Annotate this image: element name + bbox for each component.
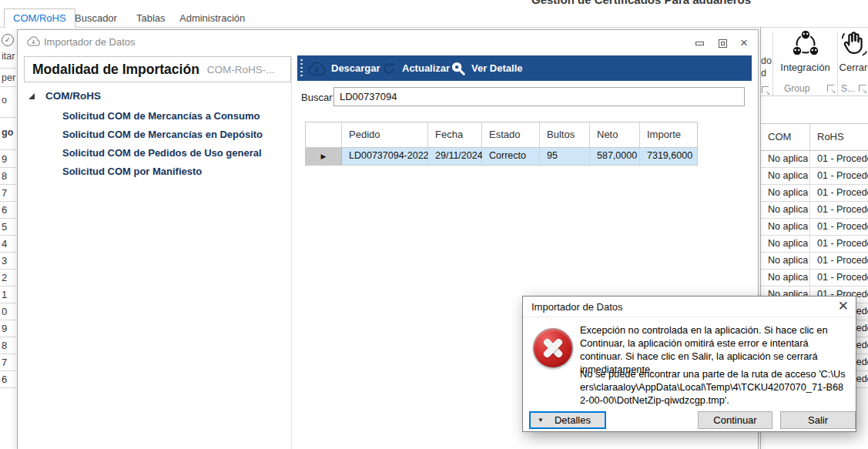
importer-toolbar: Descargar Actualizar Ver Detalle — [297, 55, 752, 81]
search-input[interactable] — [333, 87, 745, 106]
clipped-row-digit: 7 — [0, 185, 16, 202]
actualizar-button[interactable]: Actualizar — [380, 55, 450, 81]
clipped-row-digit: 4 — [0, 236, 16, 253]
ver-detalle-label: Ver Detalle — [471, 62, 523, 74]
column-header-bultos[interactable]: Bultos — [540, 122, 590, 148]
cell-rohs: 01 - Procede — [810, 168, 868, 184]
clipped-ribbon-label: do — [761, 55, 772, 66]
exit-label: Salir — [808, 414, 828, 426]
clipped-row-digit: 3 — [0, 253, 16, 270]
column-header-estado[interactable]: Estado — [482, 122, 540, 148]
column-header-importe[interactable]: Importe — [640, 122, 697, 148]
cell-neto: 587,0000 — [590, 148, 640, 165]
search-label: Buscar: — [301, 92, 335, 103]
dialog-launcher-icon[interactable] — [827, 85, 834, 92]
cloud-download-icon — [26, 35, 41, 47]
tab-buscador[interactable]: Buscador — [75, 9, 117, 27]
clipped-ribbon-label: d — [761, 68, 766, 79]
tab-administracion[interactable]: Administración — [179, 9, 245, 27]
clipped-row-digit: 6 — [0, 371, 16, 388]
cell-rohs: 01 - Procede — [810, 185, 868, 201]
tree-root-com-rohs[interactable]: COM/RoHS — [28, 90, 101, 102]
clipped-digit-column: 98765432109876 — [0, 151, 16, 388]
cell-pedido: LD00737094-202248 — [342, 148, 428, 165]
cell-com: No aplica — [761, 253, 810, 269]
clipped-row-digit: 9 — [0, 151, 16, 168]
exit-button[interactable]: Salir — [780, 411, 856, 429]
table-row[interactable]: No aplica01 - Procede — [761, 168, 868, 185]
cell-estado: Correcto — [482, 148, 540, 165]
restore-button[interactable] — [714, 37, 731, 49]
tab-com-rohs[interactable]: COM/RoHS — [4, 8, 75, 28]
clipped-row-digit: 8 — [0, 337, 16, 354]
continue-button[interactable]: Continuar — [698, 411, 772, 429]
cell-bultos: 95 — [540, 148, 590, 165]
modality-title: Modalidad de Importación — [32, 62, 199, 78]
clipped-row-digit: 2 — [0, 270, 16, 286]
column-header-rohs[interactable]: RoHS — [810, 124, 868, 150]
cell-com: No aplica — [761, 202, 810, 218]
dialog-launcher-icon[interactable] — [762, 86, 769, 93]
ribbon-bottom-border — [760, 95, 868, 96]
error-dialog-title: Importador de Datos — [531, 301, 623, 313]
descargar-button[interactable]: Descargar — [307, 55, 380, 81]
error-dialog: Importador de Datos ✕ Excepción no contr… — [522, 296, 856, 432]
clipped-row-digit: 1 — [0, 286, 16, 303]
tree-item-mercancias-consumo[interactable]: Solicitud COM de Mercancías a Consumo — [62, 110, 260, 122]
table-row-selected[interactable]: ▶ LD00737094-202248 29/11/2024 Correcto … — [306, 148, 697, 165]
ribbon-button-integracion[interactable]: Integración — [773, 29, 837, 73]
column-header-neto[interactable]: Neto — [590, 122, 640, 148]
importer-titlebar[interactable]: Importador de Datos × — [18, 30, 758, 53]
toolbar-grip[interactable] — [300, 59, 303, 77]
clipped-text: o — [2, 95, 7, 106]
cell-com: No aplica — [761, 185, 810, 201]
details-button[interactable]: ▼ Detalles — [529, 411, 606, 429]
tree-expand-icon[interactable] — [28, 93, 35, 99]
tree-item-pedidos-uso-general[interactable]: Solicitud COM de Pedidos de Uso general — [62, 147, 262, 159]
table-row[interactable]: No aplica01 - Procede — [761, 151, 868, 168]
share-network-icon — [790, 29, 821, 57]
tab-tablas[interactable]: Tablas — [136, 9, 166, 27]
cell-rohs: 01 - Procede — [810, 151, 868, 167]
row-selector-arrow-icon: ▶ — [306, 148, 342, 165]
cell-com: No aplica — [761, 236, 810, 252]
column-header-pedido[interactable]: Pedido — [342, 122, 428, 148]
modality-header: Modalidad de Importación COM-RoHS-... — [24, 56, 291, 82]
ribbon-group-label: S... — [841, 83, 855, 94]
left-clipped-panel: ✓ itar per o go 98765432109876 — [0, 27, 16, 449]
tree-item-por-manifiesto[interactable]: Solicitud COM por Manifiesto — [62, 166, 202, 177]
ver-detalle-button[interactable]: Ver Detalle — [450, 55, 523, 81]
ribbon-button-cerrar[interactable]: Cerrar — [839, 29, 868, 73]
table-row[interactable]: No aplica01 - Procede — [761, 253, 868, 270]
refresh-icon — [380, 60, 397, 77]
column-header-fecha[interactable]: Fecha — [428, 122, 482, 148]
column-header-com[interactable]: COM — [761, 124, 810, 150]
table-row[interactable]: No aplica01 - Procede — [761, 219, 868, 236]
check-circle-icon: ✓ — [2, 34, 14, 46]
table-row[interactable]: No aplica01 - Procede — [761, 236, 868, 253]
continue-label: Continuar — [713, 414, 756, 426]
orders-grid: Pedido Fecha Estado Bultos Neto Importe … — [305, 122, 698, 166]
error-dialog-titlebar[interactable]: Importador de Datos ✕ — [523, 297, 856, 317]
table-row[interactable]: No aplica01 - Procede — [761, 270, 868, 286]
dialog-close-icon[interactable]: ✕ — [838, 299, 849, 314]
cerrar-label: Cerrar — [839, 62, 868, 73]
row-selector-header[interactable] — [306, 122, 342, 148]
cell-com: No aplica — [761, 168, 810, 184]
details-label: Detalles — [555, 414, 591, 426]
waving-hand-icon — [840, 29, 867, 57]
dialog-launcher-icon[interactable] — [859, 85, 866, 92]
chevron-down-icon: ▼ — [538, 417, 544, 424]
clipped-row-digit: 6 — [0, 202, 16, 219]
cell-rohs: 01 - Procede — [810, 270, 868, 286]
cell-com: No aplica — [761, 270, 810, 286]
ribbon-group-label: Group — [784, 83, 809, 94]
tree-item-mercancias-deposito[interactable]: Solicitud COM de Mercancías en Depósito — [62, 129, 263, 140]
close-button[interactable]: × — [736, 37, 752, 49]
minimize-button[interactable] — [691, 37, 708, 49]
view-detail-icon — [450, 60, 467, 77]
cell-importe: 7319,6000 — [640, 148, 697, 165]
cloud-download-icon — [307, 61, 327, 76]
table-row[interactable]: No aplica01 - Procede — [761, 202, 868, 219]
table-row[interactable]: No aplica01 - Procede — [761, 185, 868, 202]
